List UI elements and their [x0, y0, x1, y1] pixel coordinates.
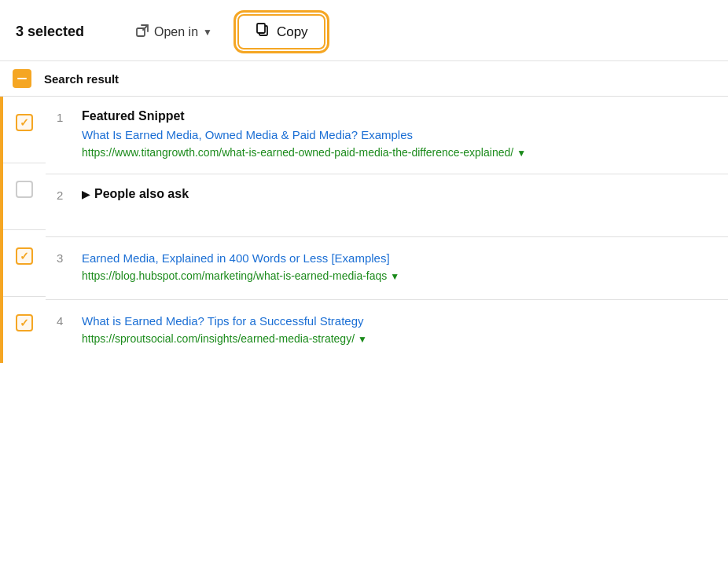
row-3-url-chevron-icon[interactable]: ▼ — [390, 269, 399, 284]
row-1-url-chevron-icon[interactable]: ▼ — [517, 146, 526, 160]
row-4-link[interactable]: What is Earned Media? Tips for a Success… — [82, 313, 712, 329]
results-container: 1 Featured Snippet What Is Earned Media,… — [0, 97, 728, 363]
row-1-url: https://www.titangrowth.com/what-is-earn… — [82, 145, 712, 161]
row-4-content: What is Earned Media? Tips for a Success… — [82, 313, 712, 347]
expand-arrow-icon[interactable]: ▶ — [82, 189, 90, 200]
row-2-checkbox[interactable] — [16, 181, 33, 198]
checkbox-cell-4 — [3, 297, 46, 363]
row-2-title: ▶ People also ask — [82, 187, 712, 201]
row-4-url: https://sproutsocial.com/insights/earned… — [82, 331, 712, 347]
table-row: 2 ▶ People also ask — [46, 174, 728, 237]
checkbox-column — [0, 97, 46, 363]
content-column: 1 Featured Snippet What Is Earned Media,… — [46, 97, 728, 363]
open-in-chevron-icon: ▼ — [203, 27, 212, 38]
row-1-content: Featured Snippet What Is Earned Media, O… — [82, 109, 712, 161]
search-result-column-header: Search result — [44, 72, 119, 86]
table-row: 3 Earned Media, Explained in 400 Words o… — [46, 237, 728, 300]
checkbox-cell-3 — [3, 230, 46, 297]
row-3-link[interactable]: Earned Media, Explained in 400 Words or … — [82, 250, 712, 266]
table-header: Search result — [0, 61, 728, 97]
row-number-1: 1 — [57, 109, 82, 124]
table-row: 1 Featured Snippet What Is Earned Media,… — [46, 97, 728, 174]
selected-count-label: 3 selected — [16, 24, 110, 40]
copy-icon — [255, 22, 270, 42]
row-number-2: 2 — [57, 187, 82, 202]
copy-button[interactable]: Copy — [237, 14, 325, 49]
toolbar: 3 selected Open in ▼ Copy — [0, 0, 728, 61]
copy-label: Copy — [277, 24, 308, 40]
table-row: 4 What is Earned Media? Tips for a Succe… — [46, 300, 728, 363]
row-1-title: Featured Snippet — [82, 109, 712, 123]
external-link-icon — [135, 24, 149, 41]
row-3-checkbox[interactable] — [16, 247, 33, 265]
open-in-button[interactable]: Open in ▼ — [129, 20, 219, 44]
deselect-all-button[interactable] — [13, 69, 31, 88]
row-4-checkbox[interactable] — [16, 314, 33, 331]
row-3-url-text: https://blog.hubspot.com/marketing/what-… — [82, 268, 387, 284]
row-1-url-text: https://www.titangrowth.com/what-is-earn… — [82, 145, 513, 161]
row-number-4: 4 — [57, 313, 82, 328]
row-3-url: https://blog.hubspot.com/marketing/what-… — [82, 268, 712, 284]
row-2-title-text: People also ask — [94, 187, 189, 201]
row-1-link[interactable]: What Is Earned Media, Owned Media & Paid… — [82, 126, 712, 143]
row-2-content: ▶ People also ask — [82, 187, 712, 204]
row-4-url-text: https://sproutsocial.com/insights/earned… — [82, 331, 355, 347]
row-3-content: Earned Media, Explained in 400 Words or … — [82, 250, 712, 284]
checkbox-cell-2 — [3, 163, 46, 230]
row-4-url-chevron-icon[interactable]: ▼ — [358, 332, 367, 346]
row-1-checkbox[interactable] — [16, 114, 33, 131]
open-in-label: Open in — [154, 25, 198, 39]
row-number-3: 3 — [57, 250, 82, 265]
svg-rect-3 — [257, 24, 265, 33]
checkbox-cell-1 — [3, 97, 46, 163]
